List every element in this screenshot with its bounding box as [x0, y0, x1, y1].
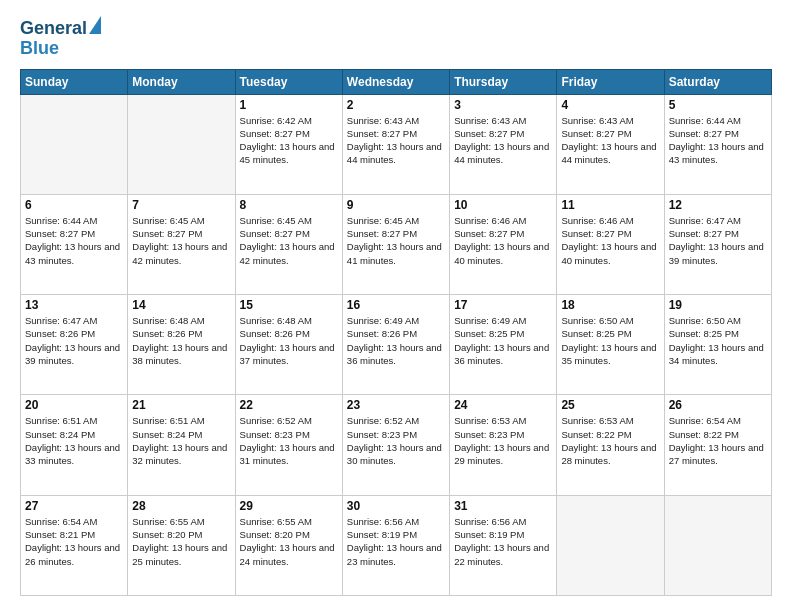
cell-info: Sunrise: 6:54 AMSunset: 8:22 PMDaylight:… [669, 414, 767, 467]
calendar-cell: 20Sunrise: 6:51 AMSunset: 8:24 PMDayligh… [21, 395, 128, 495]
calendar-header-sunday: Sunday [21, 69, 128, 94]
day-number: 18 [561, 298, 659, 312]
day-number: 29 [240, 499, 338, 513]
cell-info: Sunrise: 6:49 AMSunset: 8:26 PMDaylight:… [347, 314, 445, 367]
day-number: 11 [561, 198, 659, 212]
cell-info: Sunrise: 6:56 AMSunset: 8:19 PMDaylight:… [454, 515, 552, 568]
calendar-cell: 9Sunrise: 6:45 AMSunset: 8:27 PMDaylight… [342, 194, 449, 294]
page: General Blue SundayMondayTuesdayWednesda… [0, 0, 792, 612]
calendar-cell: 6Sunrise: 6:44 AMSunset: 8:27 PMDaylight… [21, 194, 128, 294]
cell-info: Sunrise: 6:53 AMSunset: 8:22 PMDaylight:… [561, 414, 659, 467]
cell-info: Sunrise: 6:49 AMSunset: 8:25 PMDaylight:… [454, 314, 552, 367]
day-number: 5 [669, 98, 767, 112]
day-number: 8 [240, 198, 338, 212]
cell-info: Sunrise: 6:50 AMSunset: 8:25 PMDaylight:… [669, 314, 767, 367]
day-number: 24 [454, 398, 552, 412]
logo: General Blue [20, 16, 101, 59]
calendar-week-4: 20Sunrise: 6:51 AMSunset: 8:24 PMDayligh… [21, 395, 772, 495]
calendar-cell [21, 94, 128, 194]
day-number: 25 [561, 398, 659, 412]
day-number: 23 [347, 398, 445, 412]
cell-info: Sunrise: 6:44 AMSunset: 8:27 PMDaylight:… [669, 114, 767, 167]
calendar-cell: 24Sunrise: 6:53 AMSunset: 8:23 PMDayligh… [450, 395, 557, 495]
calendar-cell: 7Sunrise: 6:45 AMSunset: 8:27 PMDaylight… [128, 194, 235, 294]
calendar-cell: 19Sunrise: 6:50 AMSunset: 8:25 PMDayligh… [664, 295, 771, 395]
day-number: 22 [240, 398, 338, 412]
cell-info: Sunrise: 6:46 AMSunset: 8:27 PMDaylight:… [454, 214, 552, 267]
calendar-cell: 8Sunrise: 6:45 AMSunset: 8:27 PMDaylight… [235, 194, 342, 294]
logo-text: General [20, 16, 101, 39]
day-number: 19 [669, 298, 767, 312]
cell-info: Sunrise: 6:48 AMSunset: 8:26 PMDaylight:… [132, 314, 230, 367]
cell-info: Sunrise: 6:45 AMSunset: 8:27 PMDaylight:… [240, 214, 338, 267]
calendar-cell [128, 94, 235, 194]
cell-info: Sunrise: 6:55 AMSunset: 8:20 PMDaylight:… [240, 515, 338, 568]
calendar-cell: 15Sunrise: 6:48 AMSunset: 8:26 PMDayligh… [235, 295, 342, 395]
cell-info: Sunrise: 6:43 AMSunset: 8:27 PMDaylight:… [454, 114, 552, 167]
day-number: 17 [454, 298, 552, 312]
day-number: 21 [132, 398, 230, 412]
day-number: 6 [25, 198, 123, 212]
cell-info: Sunrise: 6:47 AMSunset: 8:27 PMDaylight:… [669, 214, 767, 267]
calendar-week-2: 6Sunrise: 6:44 AMSunset: 8:27 PMDaylight… [21, 194, 772, 294]
day-number: 12 [669, 198, 767, 212]
calendar-week-3: 13Sunrise: 6:47 AMSunset: 8:26 PMDayligh… [21, 295, 772, 395]
calendar-cell: 11Sunrise: 6:46 AMSunset: 8:27 PMDayligh… [557, 194, 664, 294]
calendar-cell: 31Sunrise: 6:56 AMSunset: 8:19 PMDayligh… [450, 495, 557, 595]
calendar-cell: 18Sunrise: 6:50 AMSunset: 8:25 PMDayligh… [557, 295, 664, 395]
calendar-cell: 13Sunrise: 6:47 AMSunset: 8:26 PMDayligh… [21, 295, 128, 395]
cell-info: Sunrise: 6:50 AMSunset: 8:25 PMDaylight:… [561, 314, 659, 367]
calendar-cell: 25Sunrise: 6:53 AMSunset: 8:22 PMDayligh… [557, 395, 664, 495]
day-number: 1 [240, 98, 338, 112]
calendar-cell: 17Sunrise: 6:49 AMSunset: 8:25 PMDayligh… [450, 295, 557, 395]
calendar-header-row: SundayMondayTuesdayWednesdayThursdayFrid… [21, 69, 772, 94]
calendar-cell: 10Sunrise: 6:46 AMSunset: 8:27 PMDayligh… [450, 194, 557, 294]
cell-info: Sunrise: 6:53 AMSunset: 8:23 PMDaylight:… [454, 414, 552, 467]
cell-info: Sunrise: 6:45 AMSunset: 8:27 PMDaylight:… [132, 214, 230, 267]
day-number: 27 [25, 499, 123, 513]
calendar-body: 1Sunrise: 6:42 AMSunset: 8:27 PMDaylight… [21, 94, 772, 595]
cell-info: Sunrise: 6:44 AMSunset: 8:27 PMDaylight:… [25, 214, 123, 267]
day-number: 16 [347, 298, 445, 312]
cell-info: Sunrise: 6:46 AMSunset: 8:27 PMDaylight:… [561, 214, 659, 267]
calendar-cell: 3Sunrise: 6:43 AMSunset: 8:27 PMDaylight… [450, 94, 557, 194]
calendar-cell [664, 495, 771, 595]
calendar-cell: 5Sunrise: 6:44 AMSunset: 8:27 PMDaylight… [664, 94, 771, 194]
logo-triangle-icon [89, 16, 101, 34]
logo-blue-text: Blue [20, 38, 59, 58]
calendar-cell: 27Sunrise: 6:54 AMSunset: 8:21 PMDayligh… [21, 495, 128, 595]
calendar-week-1: 1Sunrise: 6:42 AMSunset: 8:27 PMDaylight… [21, 94, 772, 194]
cell-info: Sunrise: 6:56 AMSunset: 8:19 PMDaylight:… [347, 515, 445, 568]
calendar-header-saturday: Saturday [664, 69, 771, 94]
calendar-table: SundayMondayTuesdayWednesdayThursdayFrid… [20, 69, 772, 596]
calendar-header-thursday: Thursday [450, 69, 557, 94]
calendar-cell [557, 495, 664, 595]
calendar-cell: 16Sunrise: 6:49 AMSunset: 8:26 PMDayligh… [342, 295, 449, 395]
day-number: 2 [347, 98, 445, 112]
day-number: 14 [132, 298, 230, 312]
cell-info: Sunrise: 6:42 AMSunset: 8:27 PMDaylight:… [240, 114, 338, 167]
calendar-cell: 23Sunrise: 6:52 AMSunset: 8:23 PMDayligh… [342, 395, 449, 495]
calendar-header-tuesday: Tuesday [235, 69, 342, 94]
header: General Blue [20, 16, 772, 59]
cell-info: Sunrise: 6:51 AMSunset: 8:24 PMDaylight:… [132, 414, 230, 467]
day-number: 9 [347, 198, 445, 212]
calendar-cell: 1Sunrise: 6:42 AMSunset: 8:27 PMDaylight… [235, 94, 342, 194]
day-number: 10 [454, 198, 552, 212]
calendar-header-monday: Monday [128, 69, 235, 94]
day-number: 31 [454, 499, 552, 513]
calendar-week-5: 27Sunrise: 6:54 AMSunset: 8:21 PMDayligh… [21, 495, 772, 595]
calendar-header-friday: Friday [557, 69, 664, 94]
day-number: 4 [561, 98, 659, 112]
calendar-cell: 14Sunrise: 6:48 AMSunset: 8:26 PMDayligh… [128, 295, 235, 395]
calendar-cell: 26Sunrise: 6:54 AMSunset: 8:22 PMDayligh… [664, 395, 771, 495]
day-number: 3 [454, 98, 552, 112]
calendar-cell: 21Sunrise: 6:51 AMSunset: 8:24 PMDayligh… [128, 395, 235, 495]
cell-info: Sunrise: 6:51 AMSunset: 8:24 PMDaylight:… [25, 414, 123, 467]
cell-info: Sunrise: 6:52 AMSunset: 8:23 PMDaylight:… [240, 414, 338, 467]
day-number: 26 [669, 398, 767, 412]
calendar-cell: 12Sunrise: 6:47 AMSunset: 8:27 PMDayligh… [664, 194, 771, 294]
cell-info: Sunrise: 6:54 AMSunset: 8:21 PMDaylight:… [25, 515, 123, 568]
cell-info: Sunrise: 6:52 AMSunset: 8:23 PMDaylight:… [347, 414, 445, 467]
day-number: 13 [25, 298, 123, 312]
